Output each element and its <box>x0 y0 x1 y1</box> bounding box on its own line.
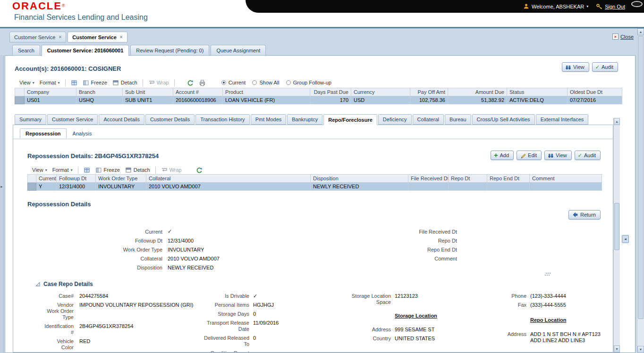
cell-followup-dt[interactable]: 12/31/4000 <box>57 183 96 191</box>
scroll-down-button[interactable]: ▼ <box>637 346 644 353</box>
cell-product[interactable]: LOAN VEHICLE (FR) <box>223 96 310 104</box>
col-collateral[interactable]: Collateral <box>146 175 311 183</box>
detach-button[interactable]: Detach <box>125 167 150 173</box>
export-icon[interactable] <box>71 79 77 86</box>
repo-view-button[interactable]: View <box>544 151 572 160</box>
col-work-order-type[interactable]: Work Order Type <box>96 175 146 183</box>
detach-button[interactable]: Detach <box>112 79 137 86</box>
tab-summary[interactable]: Summary <box>15 114 46 125</box>
cell-pay-off-amt[interactable]: 102,758.36 <box>410 96 448 104</box>
edit-button[interactable]: Edit <box>517 151 542 160</box>
cell-branch[interactable]: USHQ <box>76 96 123 104</box>
col-oldest-due-dt[interactable]: Oldest Due Dt <box>568 88 622 96</box>
view-menu[interactable]: View ▾ <box>32 167 47 173</box>
export-icon[interactable] <box>84 167 90 173</box>
return-button[interactable]: Return <box>568 210 601 219</box>
row-gutter[interactable] <box>15 96 25 104</box>
collapse-panel-button[interactable]: ◄ <box>622 235 629 243</box>
view-menu[interactable]: View ▾ <box>19 80 34 85</box>
col-sub-unit[interactable]: Sub Unit <box>123 88 173 96</box>
tab-collateral[interactable]: Collateral <box>413 114 444 125</box>
account-row[interactable]: US01 USHQ SUB UNIT1 20160600018906 LOAN … <box>15 96 622 104</box>
freeze-button[interactable]: Freeze <box>83 79 107 86</box>
scroll-up-button[interactable]: ▲ <box>637 28 644 35</box>
tab-transaction-history[interactable]: Transaction History <box>195 114 249 125</box>
cell-sub-unit[interactable]: SUB UNIT1 <box>123 96 173 104</box>
account-view-button[interactable]: View <box>562 62 589 72</box>
col-amount-due[interactable]: Amount Due <box>448 88 507 96</box>
col-file-received-dt[interactable]: File Received Dt <box>408 175 449 183</box>
wrap-button[interactable]: Wrap <box>161 167 182 173</box>
cell-currency[interactable]: USD <box>351 96 410 104</box>
account-audit-button[interactable]: ✓ Audit <box>592 62 618 72</box>
col-product[interactable]: Product <box>223 88 310 96</box>
subtab-analysis[interactable]: Analysis <box>68 128 97 139</box>
col-repo-end-dt[interactable]: Repo End Dt <box>487 175 530 183</box>
page-scrollbar[interactable]: ▲ ▼ <box>637 28 644 353</box>
col-repo-dt[interactable]: Repo Dt <box>449 175 487 183</box>
repo-audit-button[interactable]: ✓ Audit <box>575 151 601 160</box>
refresh-icon[interactable] <box>186 79 194 86</box>
tab-customer-details[interactable]: Customer Details <box>145 114 195 125</box>
cell-file-received-dt[interactable] <box>408 183 449 191</box>
cell-comment[interactable] <box>530 183 602 191</box>
col-days-past-due[interactable]: Days Past Due <box>310 88 351 96</box>
col-account-number[interactable]: Account # <box>173 88 223 96</box>
case-repo-details-header[interactable]: Case Repo Details <box>35 281 93 287</box>
current-checkbox[interactable]: ✓ <box>168 228 172 235</box>
user-menu[interactable]: Welcome, ABSHEKAR ▾ <box>523 3 588 9</box>
cell-repo-dt[interactable] <box>449 183 487 191</box>
repossession-row[interactable]: Y 12/31/4000 INVOLUNTARY 2010 VOLVO AMD0… <box>28 183 602 191</box>
tab-close-icon[interactable]: × <box>120 34 123 40</box>
col-comment[interactable]: Comment <box>530 175 602 183</box>
refresh-icon[interactable] <box>195 167 203 174</box>
row-gutter[interactable] <box>28 183 36 191</box>
sign-out-link[interactable]: Sign Out <box>596 3 625 10</box>
freeze-button[interactable]: Freeze <box>95 167 120 173</box>
radio-show-all[interactable]: Show All <box>252 80 279 85</box>
col-current[interactable]: Current <box>36 175 57 183</box>
tab-external-interfaces[interactable]: External Interfaces <box>536 114 589 125</box>
scrollbar-thumb[interactable] <box>638 36 644 319</box>
radio-group-followup[interactable]: Group Follow-up <box>286 80 331 85</box>
cell-repo-end-dt[interactable] <box>487 183 530 191</box>
add-button[interactable]: + Add <box>491 151 514 160</box>
tab-bankruptcy[interactable]: Bankruptcy <box>287 114 322 125</box>
cell-disposition[interactable]: NEWLY RECEIVED <box>311 183 408 191</box>
cell-status[interactable]: ACTIVE:DELQ <box>507 96 568 104</box>
tab-cross-up-sell[interactable]: Cross/Up Sell Activities <box>472 114 535 125</box>
wrap-button[interactable]: Wrap <box>148 79 169 86</box>
col-company[interactable]: Company <box>25 88 76 96</box>
tab-customer-service[interactable]: Customer Service <box>47 114 98 125</box>
format-menu[interactable]: Format ▾ <box>52 167 73 173</box>
resize-grip-icon[interactable] <box>545 272 551 276</box>
tab-search[interactable]: Search <box>12 45 40 56</box>
workspace-tab-customer-service-1[interactable]: Customer Service × <box>9 32 66 42</box>
cell-collateral[interactable]: 2010 VOLVO AMD007 <box>146 183 311 191</box>
cell-days-past-due[interactable]: 170 <box>310 96 351 104</box>
detail-scrollbar[interactable]: ▲ ▼ <box>613 118 620 353</box>
tab-customer-service-account[interactable]: Customer Service: 2016060001 <box>42 45 129 56</box>
tab-deficiency[interactable]: Deficiency <box>378 114 412 125</box>
cell-account-number[interactable]: 20160600018906 <box>173 96 223 104</box>
close-workspace-link[interactable]: × Close <box>612 34 634 40</box>
cell-current[interactable]: Y <box>36 183 57 191</box>
radio-current[interactable]: Current <box>221 80 246 85</box>
left-splitter[interactable]: ► <box>0 55 4 353</box>
col-followup-dt[interactable]: Followup Dt <box>57 175 96 183</box>
scrollbar-thumb[interactable] <box>614 203 619 250</box>
is-drivable-checkbox[interactable]: ✓ <box>253 293 319 299</box>
tab-account-details[interactable]: Account Details <box>99 114 144 125</box>
col-pay-off-amt[interactable]: Pay Off Amt <box>410 88 448 96</box>
tab-close-icon[interactable]: × <box>59 34 61 40</box>
tab-bureau[interactable]: Bureau <box>445 114 471 125</box>
format-menu[interactable]: Format ▾ <box>40 80 60 85</box>
tab-queue-assignment[interactable]: Queue Assignment <box>211 45 266 56</box>
workspace-tab-customer-service-2[interactable]: Customer Service × <box>68 32 127 42</box>
col-disposition[interactable]: Disposition <box>311 175 408 183</box>
cell-work-order-type[interactable]: INVOLUNTARY <box>96 183 146 191</box>
tab-review-request[interactable]: Review Request (Pending: 0) <box>130 45 209 56</box>
col-status[interactable]: Status <box>507 88 568 96</box>
print-icon[interactable] <box>199 79 206 86</box>
cell-amount-due[interactable]: 51,382.92 <box>448 96 507 104</box>
